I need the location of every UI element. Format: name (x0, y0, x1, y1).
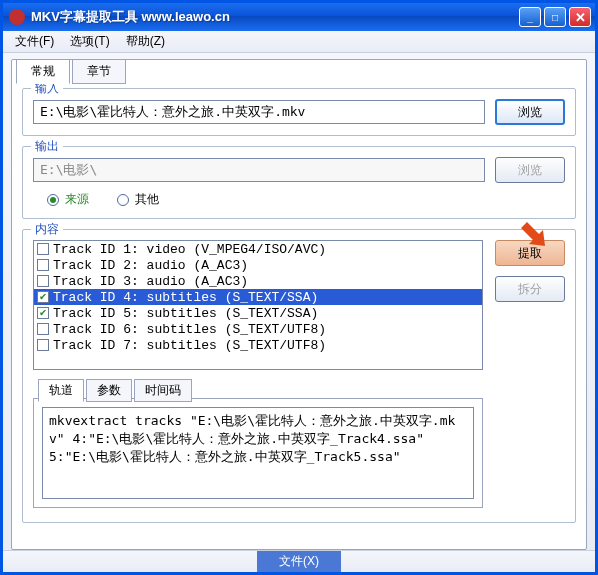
output-radio-group: 来源 其他 (33, 191, 565, 208)
checkbox-icon[interactable] (37, 259, 49, 271)
tab-body: 输入 浏览 输出 浏览 来源 (12, 60, 586, 543)
output-browse-button: 浏览 (495, 157, 565, 183)
menu-options[interactable]: 选项(T) (62, 31, 117, 52)
statusbar: 文件(X) (3, 550, 595, 572)
menu-help[interactable]: 帮助(Z) (118, 31, 173, 52)
arrow-icon (521, 218, 555, 255)
checkbox-icon[interactable] (37, 275, 49, 287)
fieldset-input: 输入 浏览 (22, 88, 576, 136)
fieldset-content-label: 内容 (31, 221, 63, 238)
fieldset-output-label: 输出 (31, 138, 63, 155)
track-row[interactable]: ✔Track ID 4: subtitles (S_TEXT/SSA) (34, 289, 482, 305)
radio-icon (117, 194, 129, 206)
checkbox-icon[interactable] (37, 243, 49, 255)
track-row[interactable]: Track ID 2: audio (A_AC3) (34, 257, 482, 273)
tab-chapters[interactable]: 章节 (72, 59, 126, 84)
track-row[interactable]: Track ID 7: subtitles (S_TEXT/UTF8) (34, 337, 482, 353)
input-browse-button[interactable]: 浏览 (495, 99, 565, 125)
subtab-params[interactable]: 参数 (86, 379, 132, 402)
sub-tabs: 轨道 参数 时间码 (38, 379, 194, 402)
tab-general[interactable]: 常规 (16, 59, 70, 84)
app-icon (9, 9, 25, 25)
track-row[interactable]: Track ID 3: audio (A_AC3) (34, 273, 482, 289)
checkbox-icon[interactable]: ✔ (37, 291, 49, 303)
titlebar[interactable]: MKV字幕提取工具 www.leawo.cn _ □ ✕ (3, 3, 595, 31)
side-buttons: 提取 拆分 (495, 240, 565, 302)
fieldset-output: 输出 浏览 来源 其他 (22, 146, 576, 219)
track-label: Track ID 3: audio (A_AC3) (53, 274, 248, 289)
input-path-field[interactable] (33, 100, 485, 124)
subtab-track[interactable]: 轨道 (38, 379, 84, 402)
minimize-button[interactable]: _ (519, 7, 541, 27)
track-row[interactable]: ✔Track ID 5: subtitles (S_TEXT/SSA) (34, 305, 482, 321)
main-tabs: 常规 章节 (16, 59, 128, 84)
radio-other[interactable]: 其他 (117, 191, 159, 208)
track-label: Track ID 1: video (V_MPEG4/ISO/AVC) (53, 242, 326, 257)
checkbox-icon[interactable]: ✔ (37, 307, 49, 319)
window-title: MKV字幕提取工具 www.leawo.cn (31, 8, 519, 26)
track-label: Track ID 4: subtitles (S_TEXT/SSA) (53, 290, 318, 305)
app-window: MKV字幕提取工具 www.leawo.cn _ □ ✕ 文件(F) 选项(T)… (0, 0, 598, 575)
subtab-timecode[interactable]: 时间码 (134, 379, 192, 402)
track-row[interactable]: Track ID 6: subtitles (S_TEXT/UTF8) (34, 321, 482, 337)
output-path-field (33, 158, 485, 182)
main-panel: 常规 章节 输入 浏览 输出 浏览 (11, 59, 587, 550)
content-area: 常规 章节 输入 浏览 输出 浏览 (3, 53, 595, 550)
close-button[interactable]: ✕ (569, 7, 591, 27)
checkbox-icon[interactable] (37, 339, 49, 351)
fieldset-content: 内容 提取 拆分 Track ID 1: video (V_MPEG4/ISO/… (22, 229, 576, 523)
track-label: Track ID 7: subtitles (S_TEXT/UTF8) (53, 338, 326, 353)
track-label: Track ID 5: subtitles (S_TEXT/SSA) (53, 306, 318, 321)
radio-icon (47, 194, 59, 206)
track-label: Track ID 6: subtitles (S_TEXT/UTF8) (53, 322, 326, 337)
sub-tab-area: 轨道 参数 时间码 mkvextract tracks "E:\电影\霍比特人：… (33, 398, 483, 508)
radio-source[interactable]: 来源 (47, 191, 89, 208)
checkbox-icon[interactable] (37, 323, 49, 335)
status-file-tab[interactable]: 文件(X) (257, 551, 341, 572)
menubar: 文件(F) 选项(T) 帮助(Z) (3, 31, 595, 53)
maximize-button[interactable]: □ (544, 7, 566, 27)
split-button: 拆分 (495, 276, 565, 302)
track-label: Track ID 2: audio (A_AC3) (53, 258, 248, 273)
menu-file[interactable]: 文件(F) (7, 31, 62, 52)
svg-marker-0 (521, 222, 545, 246)
track-list[interactable]: Track ID 1: video (V_MPEG4/ISO/AVC)Track… (33, 240, 483, 370)
command-textbox[interactable]: mkvextract tracks "E:\电影\霍比特人：意外之旅.中英双字.… (42, 407, 474, 499)
track-row[interactable]: Track ID 1: video (V_MPEG4/ISO/AVC) (34, 241, 482, 257)
window-controls: _ □ ✕ (519, 7, 591, 27)
